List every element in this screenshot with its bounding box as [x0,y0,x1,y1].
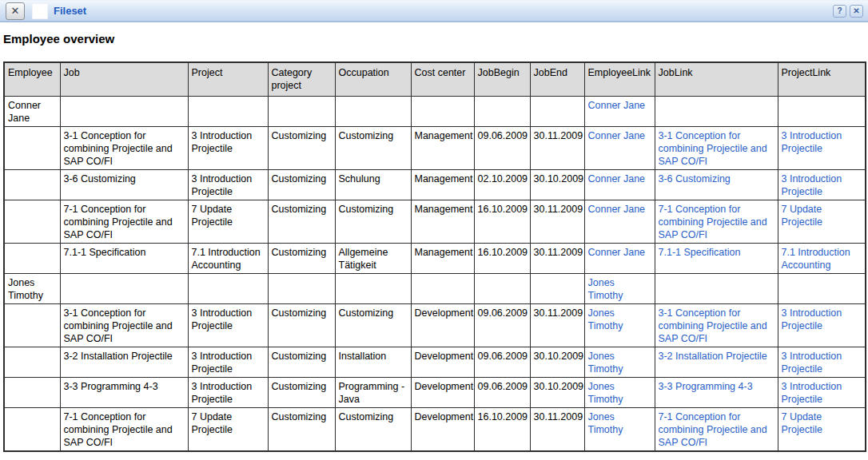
project-link[interactable]: 7 Update Projectile [782,204,822,228]
cell-occupation: Customizing [335,126,411,169]
employee-link[interactable]: Conner Jane [588,247,646,258]
job-link[interactable]: 3-6 Customizing [659,173,731,184]
cell-cost-center: Development [411,377,474,407]
job-link[interactable]: 3-3 Programming 4-3 [659,381,753,392]
cell-category-project: Customizing [268,347,335,377]
cell-occupation [335,273,411,303]
table-row: 7.1-1 Specification7.1 Introduction Acco… [4,243,866,273]
cell-cost-center: Management [411,200,474,243]
table-body: Conner JaneConner Jane3-1 Conception for… [4,96,866,451]
job-link[interactable]: 3-1 Conception for combining Projectile … [659,130,767,167]
column-header-employeelink: EmployeeLink [584,62,655,96]
cell-projectlink: 3 Introduction Projectile [778,377,866,407]
cell-employee [4,377,60,407]
project-link[interactable]: 3 Introduction Projectile [782,351,842,375]
cell-category-project: Customizing [268,200,335,243]
cell-category-project: Customizing [268,126,335,169]
cell-project [188,273,268,303]
cell-jobbegin: 02.10.2009 [474,169,530,200]
table-row: 3-1 Conception for combining Projectile … [4,126,866,169]
close-window-button[interactable]: ✕ [6,2,25,20]
employee-table: EmployeeJobProjectCategory projectOccupa… [3,61,866,452]
cell-jobbegin: 09.06.2009 [474,377,530,407]
cell-jobend: 30.11.2009 [530,126,584,169]
employee-link[interactable]: Conner Jane [588,100,646,111]
project-link[interactable]: 3 Introduction Projectile [782,381,842,405]
cell-project: 3 Introduction Projectile [188,126,268,169]
cell-joblink: 3-3 Programming 4-3 [655,377,778,407]
job-link[interactable]: 3-2 Installation Projectile [659,351,767,362]
cell-job: 3-3 Programming 4-3 [60,377,188,407]
project-link[interactable]: 3 Introduction Projectile [782,173,842,197]
cell-employee [4,303,60,347]
cell-jobend: 30.10.2009 [530,169,584,200]
cell-employee [4,200,60,243]
close-icon: ✕ [853,7,859,15]
cell-joblink: 7-1 Conception for combining Projectile … [655,407,778,451]
cell-jobbegin: 16.10.2009 [474,243,530,273]
employee-link[interactable]: Conner Jane [588,130,646,141]
help-icon: ? [837,7,842,15]
column-header-occupation: Occupation [335,62,411,96]
cell-occupation: Customizing [335,407,411,451]
job-link[interactable]: 7-1 Conception for combining Projectile … [659,204,767,240]
cell-employeelink: Jones Timothy [584,303,655,347]
cell-category-project [268,96,335,126]
table-row: 7-1 Conception for combining Projectile … [4,407,866,451]
project-link[interactable]: 3 Introduction Projectile [782,130,842,154]
employee-link[interactable]: Jones Timothy [588,351,623,375]
close-dialog-button[interactable]: ✕ [850,5,863,18]
cell-project: 3 Introduction Projectile [188,303,268,347]
job-link[interactable]: 7.1-1 Specification [659,247,741,258]
cell-cost-center: Management [411,169,474,200]
cell-project: 3 Introduction Projectile [188,347,268,377]
employee-link[interactable]: Conner Jane [588,173,646,184]
cell-jobend: 30.11.2009 [530,200,584,243]
column-header-job: Job [60,62,188,96]
cell-project [188,96,268,126]
cell-jobbegin [474,273,530,303]
employee-link[interactable]: Jones Timothy [588,411,623,435]
cell-category-project: Customizing [268,243,335,273]
employee-link[interactable]: Jones Timothy [588,277,623,301]
fileset-window: ✕ Fileset ? ✕ Employee overview Employee… [0,0,868,460]
cell-joblink: 3-6 Customizing [655,169,778,200]
job-link[interactable]: 7-1 Conception for combining Projectile … [659,411,767,448]
column-header-jobend: JobEnd [530,62,584,96]
column-header-category-project: Category project [268,62,335,96]
cell-employee [4,126,60,169]
cell-project: 3 Introduction Projectile [188,377,268,407]
cell-job: 3-1 Conception for combining Projectile … [60,303,188,347]
cell-projectlink: 3 Introduction Projectile [778,126,866,169]
cell-category-project: Customizing [268,169,335,200]
cell-joblink: 3-1 Conception for combining Projectile … [655,126,778,169]
job-link[interactable]: 3-1 Conception for combining Projectile … [659,307,767,344]
cell-job [60,273,188,303]
project-link[interactable]: 7.1 Introduction Accounting [782,247,850,271]
cell-job [60,96,188,126]
cell-projectlink: 7.1 Introduction Accounting [778,243,866,273]
window-title: Fileset [54,5,86,17]
cell-job: 7-1 Conception for combining Projectile … [60,407,188,451]
cell-jobbegin [474,96,530,126]
column-header-project: Project [188,62,268,96]
window-titlebar: ✕ Fileset ? ✕ [0,0,868,22]
cell-category-project [268,273,335,303]
cell-jobbegin: 09.06.2009 [474,347,530,377]
cell-job: 3-2 Installation Projectile [60,347,188,377]
employee-link[interactable]: Jones Timothy [588,381,623,405]
cell-project: 7 Update Projectile [188,407,268,451]
project-link[interactable]: 3 Introduction Projectile [782,307,842,331]
table-row: 3-2 Installation Projectile3 Introductio… [4,347,866,377]
employee-link[interactable]: Jones Timothy [588,307,623,331]
cell-jobend: 30.11.2009 [530,243,584,273]
cell-joblink: 3-2 Installation Projectile [655,347,778,377]
help-button[interactable]: ? [833,5,846,18]
employee-link[interactable]: Conner Jane [588,204,646,215]
table-row: 3-1 Conception for combining Projectile … [4,303,866,347]
cell-project: 7 Update Projectile [188,200,268,243]
cell-jobend: 30.11.2009 [530,303,584,347]
project-link[interactable]: 7 Update Projectile [782,411,822,435]
cell-employee: Conner Jane [4,96,60,126]
titlebar-checkbox[interactable] [32,3,48,19]
